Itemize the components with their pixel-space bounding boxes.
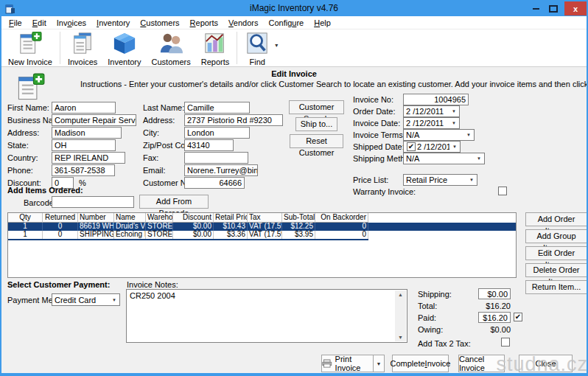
edit-order-item-button[interactable]: Edit Order Item... bbox=[525, 246, 587, 260]
cell-tax: VAT (17.5% bbox=[248, 231, 282, 239]
add-tax2-checkbox[interactable] bbox=[501, 338, 510, 347]
window-title: iMagic Inventory v4.76 bbox=[1, 3, 587, 13]
table-row[interactable]: 10SHIPPING SEchoing MeSTORE ONL$0.00$3.3… bbox=[8, 231, 516, 239]
price-list-select[interactable]: Retail Price ▼ bbox=[403, 174, 477, 186]
app-window: iMagic Inventory v4.76 x FileEditInvoice… bbox=[0, 0, 588, 376]
last-name-field[interactable]: Camille bbox=[184, 102, 250, 114]
return-item-button[interactable]: Return Item... bbox=[525, 280, 587, 294]
items-table-header: QtyReturnedNumberNameWarehouseDiscountRe… bbox=[8, 213, 516, 223]
new-invoice-icon bbox=[18, 32, 43, 57]
invoice-date-select[interactable]: 2 /12/2011 ▼ bbox=[403, 117, 460, 129]
toolbar-button-find[interactable]: Find▾ bbox=[239, 31, 275, 67]
invoice-notes-textarea[interactable]: CR250 2004 ▲ ▼ bbox=[126, 289, 407, 343]
cancel-invoice-button[interactable]: Cancel Invoice bbox=[458, 355, 505, 372]
menu-item-vendors[interactable]: Vendors bbox=[223, 18, 263, 28]
menu-item-file[interactable]: File bbox=[4, 18, 27, 28]
shipped-date-label: Shipped Date: bbox=[353, 142, 405, 151]
cell-name: Druid's Vesti bbox=[114, 223, 146, 231]
menu-item-customers[interactable]: Customers bbox=[135, 18, 184, 28]
business-name-field[interactable]: Computer Repair Service bbox=[52, 114, 136, 126]
scroll-up-icon[interactable]: ▲ bbox=[398, 292, 403, 297]
first-name-field[interactable]: Aaron bbox=[52, 102, 116, 114]
col-header-retail_price[interactable]: Retail Price bbox=[214, 213, 248, 223]
phone-field[interactable]: 361-587-2538 bbox=[52, 164, 115, 176]
first-name-label: First Name: bbox=[7, 103, 49, 112]
toolbar-separator bbox=[60, 32, 60, 64]
city-label: City: bbox=[143, 128, 159, 137]
fax-field[interactable] bbox=[184, 152, 248, 164]
toolbar-button-invoices[interactable]: Invoices bbox=[63, 31, 102, 67]
add-order-item-button[interactable]: Add Order Item... bbox=[525, 212, 587, 226]
shipping-field[interactable]: $0.00 bbox=[478, 288, 511, 299]
complete-invoice-button[interactable]: Complete Invoice bbox=[392, 355, 449, 372]
phone-label: Phone: bbox=[7, 166, 33, 175]
order-date-label: Order Date: bbox=[353, 107, 395, 116]
title-bar: iMagic Inventory v4.76 x bbox=[1, 1, 587, 16]
print-options-dropdown[interactable]: ▼ bbox=[373, 355, 385, 372]
order-date-select[interactable]: 2 /12/2011 ▼ bbox=[403, 105, 460, 117]
chevron-down-icon: ▼ bbox=[109, 298, 119, 302]
invoice-notes-label: Invoice Notes: bbox=[127, 280, 178, 289]
maximize-button[interactable] bbox=[545, 1, 561, 15]
col-header-name[interactable]: Name bbox=[114, 213, 146, 223]
minimize-button[interactable] bbox=[528, 1, 544, 15]
paid-field[interactable]: $16.20 bbox=[478, 312, 511, 323]
country-field[interactable]: REP IRELAND bbox=[52, 152, 125, 164]
shipped-date-checkbox[interactable]: ✔ bbox=[407, 142, 416, 151]
chevron-down-icon: ▼ bbox=[474, 156, 484, 161]
chevron-down-icon[interactable]: ▾ bbox=[275, 42, 278, 49]
payment-method-value: Credit Card bbox=[55, 296, 109, 304]
notes-scrollbar[interactable]: ▲ ▼ bbox=[395, 290, 406, 341]
close-invoice-button[interactable]: Close bbox=[519, 355, 573, 372]
print-invoice-button[interactable]: Print Invoice bbox=[321, 355, 374, 372]
col-header-returned[interactable]: Returned bbox=[43, 213, 78, 223]
invoice-no-field[interactable]: 1004965 bbox=[403, 94, 469, 105]
menu-item-reports[interactable]: Reports bbox=[185, 18, 224, 28]
barcode-input[interactable] bbox=[52, 196, 134, 208]
col-header-warehouse[interactable]: Warehouse bbox=[146, 213, 173, 223]
invoice-terms-label: Invoice Terms: bbox=[353, 130, 405, 139]
col-header-number[interactable]: Number bbox=[78, 213, 114, 223]
menu-item-invoices[interactable]: Invoices bbox=[52, 18, 91, 28]
toolbar-button-inventory[interactable]: Inventory bbox=[102, 31, 146, 67]
ship-to-button[interactable]: Ship to... bbox=[295, 117, 337, 131]
menu-item-inventory[interactable]: Inventory bbox=[91, 18, 135, 28]
paid-checkbox[interactable]: ✔ bbox=[514, 313, 522, 321]
customer-search-button[interactable]: Customer Search bbox=[289, 100, 344, 114]
state-field[interactable]: OH bbox=[52, 139, 116, 151]
toolbar-button-label: Find bbox=[250, 58, 265, 66]
menu-item-configure[interactable]: Configure bbox=[263, 18, 309, 28]
address2-field[interactable]: 2737 Pistorio Rd #9230 bbox=[184, 114, 283, 126]
menu-item-edit[interactable]: Edit bbox=[27, 18, 52, 28]
table-row[interactable]: 1086619 WHIDruid's VestiSTORE ONL$0.00$1… bbox=[8, 223, 516, 231]
col-header-discount[interactable]: Discount bbox=[173, 213, 214, 223]
zip-field[interactable]: 43140 bbox=[184, 139, 234, 151]
toolbar-button-reports[interactable]: Reports bbox=[196, 31, 235, 67]
col-header-qty[interactable]: Qty bbox=[8, 213, 43, 223]
price-list-value: Retail Price bbox=[406, 175, 466, 184]
email-field[interactable]: Norene.Turrey@bing.com bbox=[184, 164, 258, 176]
shipped-date-select[interactable]: ✔ 2 /12/2011 ▼ bbox=[403, 141, 461, 153]
add-group-items-button[interactable]: Add Group Items... bbox=[525, 229, 587, 243]
warranty-invoice-checkbox[interactable] bbox=[498, 187, 507, 195]
scroll-down-icon[interactable]: ▼ bbox=[398, 335, 403, 340]
col-header-on_backorder[interactable]: On Backorder bbox=[315, 213, 368, 223]
payment-method-select[interactable]: Credit Card ▼ bbox=[52, 293, 120, 306]
address-field[interactable]: Madison bbox=[52, 127, 122, 139]
reset-customer-button[interactable]: Reset Customer bbox=[290, 134, 343, 148]
email-label: Email: bbox=[143, 166, 166, 175]
toolbar-button-customers[interactable]: Customers bbox=[147, 31, 196, 67]
invoice-terms-select[interactable]: N/A ▼ bbox=[403, 129, 475, 141]
add-tax2-label: Add Tax 2 Tax: bbox=[418, 339, 471, 348]
toolbar-button-new-invoice[interactable]: New Invoice bbox=[3, 31, 57, 67]
col-header-sub_total[interactable]: Sub-Total bbox=[282, 213, 315, 223]
close-button[interactable]: x bbox=[564, 1, 587, 15]
menu-item-help[interactable]: Help bbox=[309, 18, 336, 28]
delete-order-item-button[interactable]: Delete Order Item bbox=[525, 263, 587, 277]
add-from-barcode-button[interactable]: Add From Barcode bbox=[139, 195, 209, 209]
shipping-method-select[interactable]: N/A ▼ bbox=[403, 153, 485, 164]
customer-no-field[interactable]: 64666 bbox=[184, 177, 245, 189]
city-field[interactable]: London bbox=[184, 127, 250, 139]
col-header-tax[interactable]: Tax bbox=[248, 213, 282, 223]
chevron-down-icon: ▼ bbox=[449, 121, 459, 125]
